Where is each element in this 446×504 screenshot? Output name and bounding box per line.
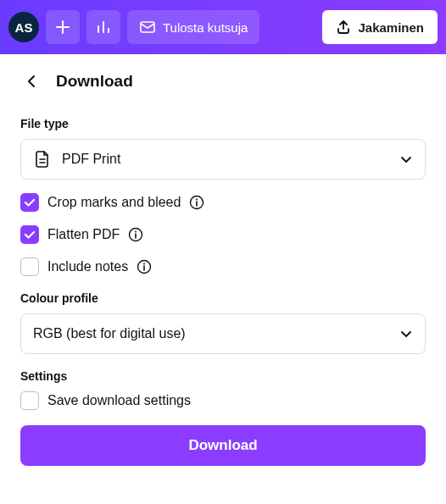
chart-icon bbox=[96, 19, 111, 35]
download-panel: Download File type PDF Print Crop marks … bbox=[0, 54, 446, 481]
colour-profile-value: RGB (best for digital use) bbox=[33, 326, 399, 341]
download-button-label: Download bbox=[188, 437, 257, 453]
file-type-label: File type bbox=[20, 117, 426, 130]
download-button[interactable]: Download bbox=[20, 425, 426, 466]
colour-profile-section: Colour profile RGB (best for digital use… bbox=[20, 291, 426, 354]
include-notes-checkbox[interactable] bbox=[20, 258, 39, 276]
flatten-checkbox[interactable] bbox=[20, 225, 39, 244]
print-invitations-label: Tulosta kutsuja bbox=[163, 20, 248, 35]
chevron-left-icon bbox=[25, 74, 40, 89]
crop-marks-label: Crop marks and bleed bbox=[47, 195, 181, 210]
colour-profile-label: Colour profile bbox=[20, 291, 426, 305]
page-title: Download bbox=[56, 72, 133, 91]
include-notes-row: Include notes bbox=[20, 258, 426, 276]
chart-button[interactable] bbox=[86, 10, 120, 44]
info-icon bbox=[128, 227, 143, 242]
crop-marks-checkbox[interactable] bbox=[20, 193, 39, 212]
flatten-info[interactable] bbox=[128, 227, 143, 242]
print-invitations-button[interactable]: Tulosta kutsuja bbox=[127, 10, 259, 44]
check-icon bbox=[24, 229, 36, 241]
info-icon bbox=[189, 195, 204, 210]
svg-point-4 bbox=[135, 231, 137, 233]
chevron-down-icon bbox=[399, 327, 413, 341]
plus-icon bbox=[55, 19, 70, 35]
save-settings-checkbox[interactable] bbox=[20, 391, 39, 410]
svg-rect-0 bbox=[141, 22, 154, 32]
file-pdf-icon bbox=[33, 150, 52, 169]
avatar-initials: AS bbox=[15, 20, 33, 35]
check-icon bbox=[24, 197, 36, 208]
colour-profile-dropdown[interactable]: RGB (best for digital use) bbox=[20, 313, 426, 354]
include-notes-label: Include notes bbox=[47, 259, 128, 274]
chevron-down-icon bbox=[399, 152, 413, 166]
add-button[interactable] bbox=[46, 10, 80, 44]
include-notes-info[interactable] bbox=[137, 259, 152, 274]
file-type-section: File type PDF Print Crop marks and bleed bbox=[20, 117, 426, 276]
avatar[interactable]: AS bbox=[8, 12, 39, 42]
flatten-label: Flatten PDF bbox=[47, 227, 120, 242]
share-icon bbox=[336, 19, 351, 35]
settings-label: Settings bbox=[20, 369, 426, 383]
back-button[interactable] bbox=[20, 69, 44, 93]
crop-marks-row: Crop marks and bleed bbox=[20, 193, 426, 212]
panel-header: Download bbox=[20, 69, 426, 93]
svg-point-2 bbox=[196, 199, 198, 201]
settings-section: Settings Save download settings bbox=[20, 369, 426, 410]
flatten-row: Flatten PDF bbox=[20, 225, 426, 244]
save-settings-label: Save download settings bbox=[47, 393, 191, 408]
file-type-dropdown[interactable]: PDF Print bbox=[20, 139, 426, 180]
topbar: AS Tulosta kutsuja Jakaminen bbox=[0, 0, 446, 54]
crop-marks-info[interactable] bbox=[189, 195, 204, 210]
envelope-icon bbox=[139, 19, 156, 36]
svg-point-6 bbox=[143, 263, 145, 265]
share-button[interactable]: Jakaminen bbox=[322, 10, 438, 44]
share-label: Jakaminen bbox=[358, 20, 424, 35]
save-settings-row: Save download settings bbox=[20, 391, 426, 410]
file-type-value: PDF Print bbox=[62, 152, 399, 167]
info-icon bbox=[137, 259, 152, 274]
